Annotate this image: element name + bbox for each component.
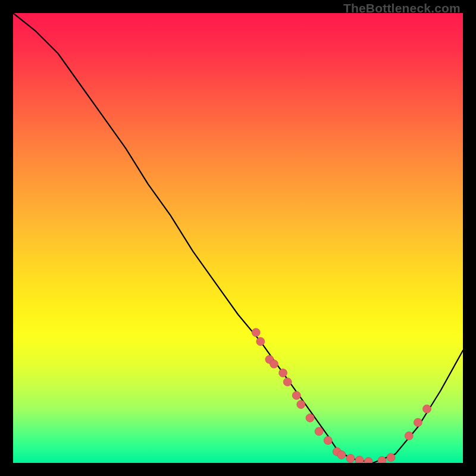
curve-marker: [405, 432, 413, 440]
watermark-text: TheBottleneck.com: [343, 1, 461, 15]
curve-marker: [337, 450, 346, 459]
curve-marker: [279, 369, 287, 377]
bottleneck-curve: [13, 13, 463, 463]
curve-marker: [315, 427, 323, 436]
curve-marker: [324, 436, 332, 444]
curve-marker: [387, 453, 395, 462]
curve-marker: [252, 328, 260, 337]
curve-marker: [355, 456, 364, 464]
curve-marker: [270, 360, 278, 368]
curve-marker: [364, 458, 372, 463]
curve-marker: [292, 392, 300, 400]
curve-marker: [378, 456, 386, 463]
curve-marker: [414, 418, 422, 427]
curve-marker: [297, 400, 305, 409]
curve-marker: [346, 454, 355, 462]
curve-marker: [283, 378, 292, 386]
chart-overlay: [13, 13, 463, 463]
curve-marker: [423, 405, 431, 413]
curve-marker: [306, 414, 314, 422]
curve-marker: [256, 337, 265, 346]
